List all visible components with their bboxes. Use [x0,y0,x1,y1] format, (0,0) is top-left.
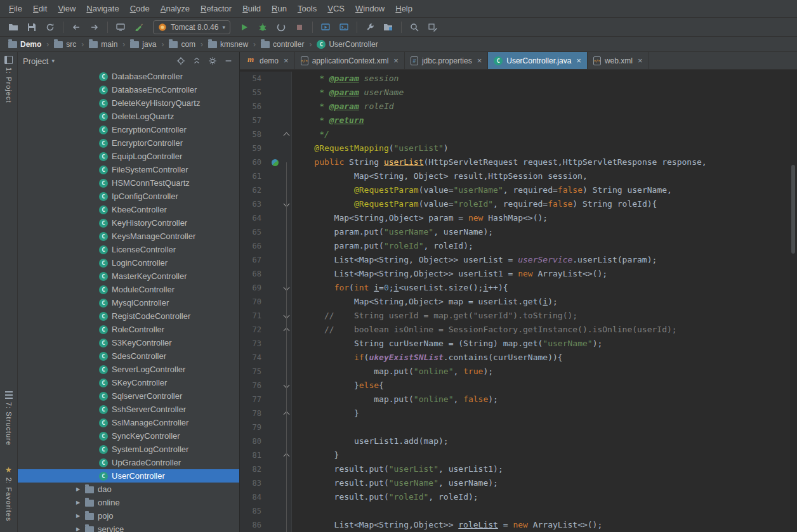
breadcrumb-item-java[interactable]: java [128,39,158,49]
menu-item-build[interactable]: Build [237,1,266,16]
fold-up-icon[interactable] [282,406,292,420]
tree-item-deletekeyhistoryquartz[interactable]: DeleteKeyHistoryQuartz [18,96,239,110]
tree-item-rolecontroller[interactable]: RoleController [18,323,239,336]
breadcrumb-item-com[interactable]: com [167,39,197,49]
tree-item-upgradecontroller[interactable]: UpGradeController [18,456,239,469]
fold-up-icon[interactable] [282,127,292,141]
tree-item-masterkeycontroller[interactable]: MasterKeyController [18,269,239,283]
breadcrumb-item-usercontroller[interactable]: UserController [315,39,379,49]
gear-icon[interactable] [208,56,217,65]
tree-item-databasecontroller[interactable]: DatabaseController [18,70,239,83]
tree-item-filesystemcontroller[interactable]: FileSystemController [18,163,239,176]
settings-button[interactable] [362,20,378,35]
menu-item-refactor[interactable]: Refactor [195,1,237,16]
menu-item-help[interactable]: Help [390,1,418,16]
menu-item-edit[interactable]: Edit [28,1,52,16]
breadcrumb-item-src[interactable]: src [52,39,78,49]
tool-window-structure[interactable]: 7: Structure [0,390,17,446]
breadcrumb-item-kmsnew[interactable]: kmsnew [206,39,250,49]
tree-item-serverlogcontroller[interactable]: ServerLogController [18,363,239,376]
close-icon[interactable]: × [393,56,398,65]
edit-run-configurations-button[interactable] [425,20,441,35]
breadcrumb-item-controller[interactable]: controller [259,39,306,49]
code-editor[interactable]: 54 * @param session55 * @param userName5… [240,70,797,532]
tree-item-deletelogquartz[interactable]: DeleteLogQuartz [18,110,239,123]
fold-down-icon[interactable] [282,197,292,211]
tree-item-sdescontroller[interactable]: SdesController [18,349,239,363]
tree-item-systemlogcontroller[interactable]: SystemLogController [18,443,239,456]
tab-web.xml[interactable]: web.xml× [588,52,649,69]
tool-window-favorites[interactable]: ★ 2: Favorites [0,465,17,521]
close-icon[interactable]: × [638,56,643,65]
cleanup-button[interactable] [131,20,147,35]
open-button[interactable] [5,20,22,35]
project-panel-title[interactable]: Project [23,56,48,66]
search-everywhere-button[interactable] [406,20,423,35]
tree-item-kbeecontroller[interactable]: KbeeController [18,203,239,216]
tree-item-licensecontroller[interactable]: LicenseController [18,243,239,256]
fold-down-icon[interactable] [282,281,292,295]
tab-jdbc.properties[interactable]: jdbc.properties× [405,52,488,69]
menu-item-file[interactable]: File [4,1,27,16]
menu-item-code[interactable]: Code [125,1,155,16]
tree-item-registcodecontroller[interactable]: RegistCodeController [18,309,239,323]
tree-item-dao[interactable]: ▶dao [18,483,239,496]
collapse-all-icon[interactable] [192,56,201,65]
debug-button[interactable] [254,20,271,35]
menu-item-navigate[interactable]: Navigate [81,1,124,16]
tree-item-keysmanagecontroller[interactable]: KeysManageController [18,230,239,243]
layout-button[interactable] [112,20,129,35]
menu-item-window[interactable]: Window [350,1,390,16]
tree-item-service[interactable]: ▶service [18,522,239,532]
tree-item-sslmanagecontroller[interactable]: SslManageController [18,416,239,429]
menu-item-tools[interactable]: Tools [293,1,322,16]
run-dashboard-button[interactable] [317,20,334,35]
back-button[interactable] [68,20,84,35]
close-icon[interactable]: × [576,56,581,65]
stop-button[interactable] [291,20,308,35]
close-icon[interactable]: × [477,56,482,65]
tree-item-keyhistorycontroller[interactable]: KeyHistoryController [18,216,239,230]
tree-item-encryptioncontroller[interactable]: EncryptionController [18,123,239,136]
run-button[interactable] [236,20,253,35]
fold-down-icon[interactable] [282,309,292,323]
fold-down-icon[interactable] [282,379,292,393]
menu-item-run[interactable]: Run [267,1,292,16]
tree-item-logincontroller[interactable]: LoginController [18,256,239,269]
tree-item-encryptorcontroller[interactable]: EncryptorController [18,136,239,150]
menu-item-view[interactable]: View [53,1,81,16]
tree-item-hsmconntestquartz[interactable]: HSMConnTestQuartz [18,176,239,190]
hide-panel-icon[interactable] [224,56,233,65]
tab-applicationcontext.xml[interactable]: applicationContext.xml× [295,52,405,69]
breadcrumb-item-main[interactable]: main [87,39,119,49]
editor-scrollbar[interactable] [789,70,797,532]
save-button[interactable] [23,20,40,35]
tree-item-mysqlcontroller[interactable]: MysqlController [18,296,239,309]
fold-up-icon[interactable] [282,448,292,462]
breadcrumb-item-demo[interactable]: Demo [6,39,43,49]
console-button[interactable] [336,20,352,35]
tab-demo[interactable]: demo× [241,52,295,69]
tree-item-online[interactable]: ▶online [18,496,239,509]
chevron-down-icon[interactable]: ▾ [51,58,55,64]
run-configuration-select[interactable]: Tomcat 8.0.46 ▾ [153,20,230,34]
tree-item-databaseenccontroller[interactable]: DatabaseEncController [18,83,239,96]
fold-up-icon[interactable] [282,323,292,337]
tree-item-synckeycontroller[interactable]: SyncKeyController [18,429,239,443]
forward-button[interactable] [86,20,103,35]
tree-item-equiplogcontroller[interactable]: EquipLogController [18,150,239,163]
tree-item-sshservercontroller[interactable]: SshServerController [18,403,239,416]
tree-item-ipconfigcontroller[interactable]: IpConfigController [18,190,239,203]
tree-item-skeycontroller[interactable]: SKeyController [18,376,239,389]
close-icon[interactable]: × [284,56,289,65]
coverage-button[interactable] [273,20,289,35]
project-structure-button[interactable] [380,20,397,35]
tab-usercontroller.java[interactable]: UserController.java× [488,52,588,69]
tree-item-usercontroller[interactable]: UserController [18,469,239,483]
tree-item-sqlservercontroller[interactable]: SqlserverController [18,389,239,403]
tool-window-project[interactable]: 1: Project [0,55,17,103]
sync-button[interactable] [42,20,58,35]
locate-file-icon[interactable] [176,56,185,65]
tree-item-s3keycontroller[interactable]: S3KeyController [18,336,239,349]
tree-item-modulecontroller[interactable]: ModuleController [18,283,239,296]
